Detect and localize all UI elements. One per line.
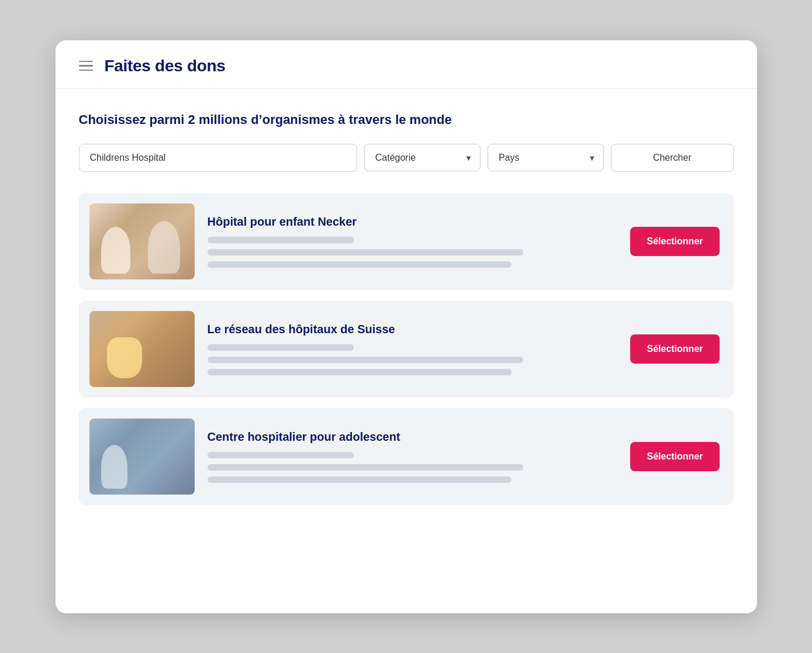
card-body-2: Le réseau des hôpitaux de Suisse	[208, 323, 618, 375]
result-image-2	[89, 311, 195, 387]
hamburger-menu-icon[interactable]	[79, 61, 93, 71]
app-window: Faites des dons Choisissez parmi 2 milli…	[56, 40, 757, 613]
search-input[interactable]	[79, 144, 357, 172]
skeleton-line-1b	[208, 249, 523, 255]
card-body-3: Centre hospitalier pour adolescent	[208, 430, 618, 483]
header: Faites des dons	[56, 40, 757, 89]
skeleton-line-2a	[208, 344, 354, 351]
category-select[interactable]: Catégorie	[364, 144, 481, 171]
page-title: Faites des dons	[105, 57, 226, 75]
skeleton-line-3c	[208, 476, 512, 483]
search-bar: Catégorie ▼ Pays ▼ Chercher	[79, 144, 734, 172]
result-card-2: Le réseau des hôpitaux de Suisse Sélecti…	[79, 300, 734, 398]
skeleton-line-2b	[208, 357, 523, 363]
skeleton-line-1a	[208, 237, 354, 243]
country-select[interactable]: Pays	[488, 144, 604, 171]
results-list: Hôpital pour enfant Necker Sélectionner …	[79, 193, 734, 505]
category-select-wrapper: Catégorie ▼	[364, 144, 481, 171]
result-card-1: Hôpital pour enfant Necker Sélectionner	[79, 193, 734, 290]
main-content: Choisissez parmi 2 millions d’organismes…	[56, 89, 757, 613]
result-card-3: Centre hospitalier pour adolescent Sélec…	[79, 408, 734, 505]
country-select-wrapper: Pays ▼	[488, 144, 604, 171]
skeleton-line-2c	[208, 369, 512, 375]
card-title-3: Centre hospitalier pour adolescent	[208, 430, 618, 444]
select-button-1[interactable]: Sélectionner	[630, 227, 719, 256]
card-body-1: Hôpital pour enfant Necker	[208, 215, 618, 268]
page-subtitle: Choisissez parmi 2 millions d’organismes…	[79, 112, 734, 127]
skeleton-line-3a	[208, 452, 354, 458]
result-image-3	[89, 419, 195, 495]
skeleton-line-1c	[208, 261, 512, 268]
select-button-2[interactable]: Sélectionner	[630, 334, 719, 364]
search-button[interactable]: Chercher	[611, 144, 733, 172]
result-image-1	[89, 203, 195, 279]
card-title-1: Hôpital pour enfant Necker	[208, 215, 618, 229]
card-title-2: Le réseau des hôpitaux de Suisse	[208, 323, 618, 336]
select-button-3[interactable]: Sélectionner	[630, 442, 719, 471]
skeleton-line-3b	[208, 464, 523, 471]
